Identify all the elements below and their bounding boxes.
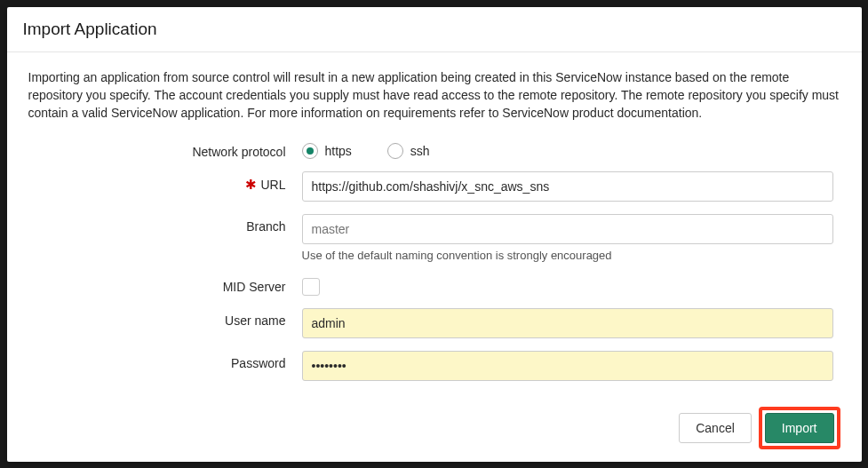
password-row: Password — [28, 351, 840, 381]
mid-server-label: MID Server — [28, 274, 302, 294]
import-application-modal: Import Application Importing an applicat… — [7, 7, 862, 462]
url-label-text: URL — [260, 178, 285, 192]
branch-field-wrap: Use of the default naming convention is … — [302, 214, 833, 262]
import-button[interactable]: Import — [765, 413, 834, 443]
import-highlight: Import — [759, 407, 840, 449]
user-name-input[interactable] — [302, 308, 833, 338]
radio-ssh[interactable]: ssh — [387, 143, 430, 159]
password-field-wrap — [302, 351, 833, 381]
modal-body: Importing an application from source con… — [7, 52, 862, 407]
user-name-row: User name — [28, 308, 840, 338]
branch-input[interactable] — [302, 214, 833, 244]
radio-circle-icon — [387, 143, 403, 159]
network-protocol-row: Network protocol https ssh — [28, 139, 840, 159]
required-asterisk-icon: ✱ — [245, 177, 257, 192]
modal-footer: Cancel Import — [7, 407, 862, 462]
password-label: Password — [28, 351, 302, 370]
radio-https[interactable]: https — [302, 143, 352, 159]
network-protocol-label: Network protocol — [28, 139, 302, 159]
url-input[interactable] — [302, 171, 833, 202]
radio-dot-icon — [307, 147, 314, 155]
branch-row: Branch Use of the default naming convent… — [28, 214, 840, 262]
modal-title: Import Application — [23, 20, 846, 39]
mid-server-checkbox[interactable] — [302, 278, 320, 296]
modal-description: Importing an application from source con… — [28, 68, 840, 123]
radio-circle-icon — [302, 143, 318, 159]
url-label: ✱URL — [28, 171, 302, 193]
radio-https-label: https — [325, 144, 352, 158]
radio-ssh-label: ssh — [410, 144, 430, 158]
branch-help-text: Use of the default naming convention is … — [302, 249, 833, 262]
network-protocol-radios: https ssh — [302, 139, 833, 159]
url-field-wrap — [302, 171, 833, 202]
user-name-field-wrap — [302, 308, 833, 338]
modal-header: Import Application — [7, 7, 862, 52]
user-name-label: User name — [28, 308, 302, 328]
password-input[interactable] — [302, 351, 833, 381]
mid-server-field-wrap — [302, 274, 833, 296]
branch-label: Branch — [28, 214, 302, 234]
mid-server-row: MID Server — [28, 274, 840, 296]
url-row: ✱URL — [28, 171, 840, 202]
cancel-button[interactable]: Cancel — [679, 413, 752, 443]
